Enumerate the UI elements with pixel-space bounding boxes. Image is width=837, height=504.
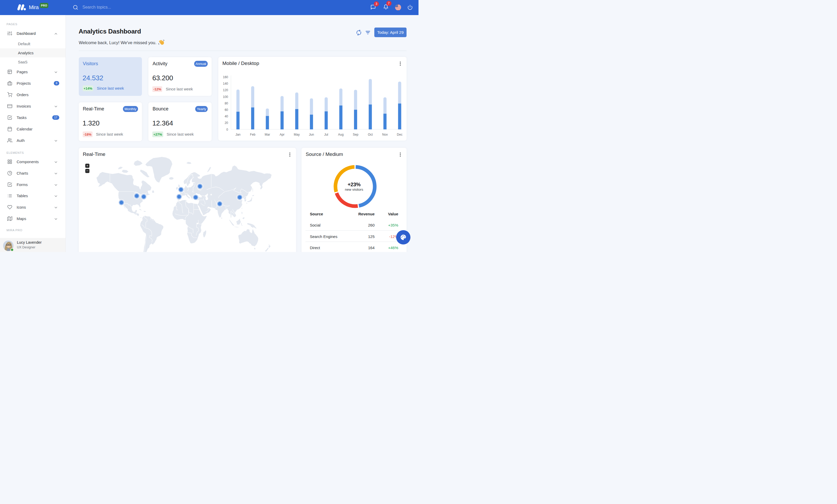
svg-text:Jul: Jul — [324, 133, 328, 136]
svg-text:Jan: Jan — [235, 133, 240, 136]
svg-text:Nov: Nov — [382, 133, 388, 136]
svg-text:Sep: Sep — [353, 133, 358, 136]
svg-text:Mar: Mar — [265, 133, 270, 136]
svg-text:Feb: Feb — [250, 133, 255, 136]
svg-text:May: May — [294, 133, 300, 136]
svg-text:140: 140 — [223, 82, 228, 86]
svg-text:100: 100 — [223, 95, 228, 99]
svg-text:Apr: Apr — [280, 133, 284, 136]
svg-text:160: 160 — [223, 75, 228, 79]
svg-text:40: 40 — [225, 115, 228, 118]
svg-text:Jun: Jun — [309, 133, 314, 136]
svg-text:0: 0 — [226, 128, 228, 131]
svg-text:60: 60 — [225, 108, 228, 112]
svg-text:80: 80 — [225, 101, 228, 105]
svg-text:20: 20 — [225, 121, 228, 125]
svg-text:Dec: Dec — [397, 133, 402, 136]
svg-text:Oct: Oct — [368, 133, 373, 136]
svg-text:120: 120 — [223, 88, 228, 92]
svg-text:Aug: Aug — [338, 133, 343, 136]
